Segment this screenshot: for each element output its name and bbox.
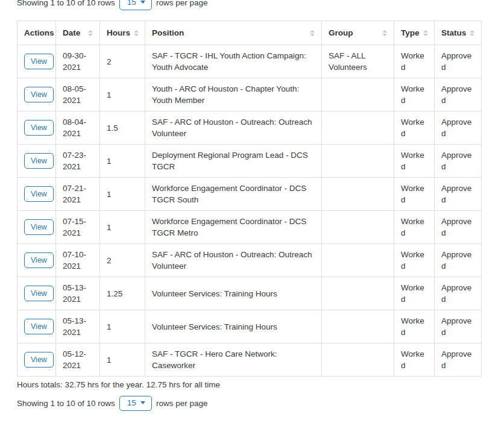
table-row: View05-13-20211Volunteer Services: Train… [17, 310, 482, 343]
column-header-group[interactable]: Group [322, 21, 394, 45]
position-cell: Volunteer Services: Training Hours [145, 310, 322, 343]
column-label-actions: Actions [24, 27, 54, 39]
view-button[interactable]: View [24, 319, 54, 334]
type-cell: Worked [394, 310, 435, 343]
status-cell: Approved [435, 244, 482, 277]
column-header-position[interactable]: Position [145, 21, 322, 45]
showing-rows-text: Showing 1 to 10 of 10 rows [17, 399, 115, 408]
volunteer-hours-page: Showing 1 to 10 of 10 rows 15 rows per p… [0, 0, 504, 435]
position-cell: Workforce Engagement Coordinator - DCS T… [145, 178, 322, 211]
type-cell: Worked [394, 111, 435, 145]
rows-per-page-text: rows per page [156, 399, 208, 408]
table-row: View05-13-20211.25Volunteer Services: Tr… [17, 277, 482, 310]
hours-totals-text: Hours totals: 32.75 hrs for the year. 12… [17, 380, 504, 389]
date-cell: 07-21-2021 [56, 178, 100, 211]
status-cell: Approved [435, 211, 482, 244]
group-cell [322, 310, 394, 343]
column-header-status[interactable]: Status [435, 21, 482, 45]
group-cell [322, 211, 394, 244]
actions-cell: View [17, 111, 56, 145]
hours-cell: 1 [100, 310, 145, 343]
page-size-dropdown[interactable]: 15 [119, 396, 152, 411]
group-cell [322, 343, 394, 377]
hours-cell: 2 [100, 244, 145, 277]
sort-icon[interactable] [306, 30, 315, 36]
view-button[interactable]: View [24, 252, 54, 268]
sort-icon[interactable] [130, 30, 139, 36]
column-label-date: Date [63, 27, 80, 39]
type-cell: Worked [394, 45, 435, 78]
status-cell: Approved [435, 277, 482, 310]
table-row: View09-30-20212SAF - TGCR - IHL Youth Ac… [17, 45, 482, 78]
table-row: View07-21-20211Workforce Engagement Coor… [17, 178, 482, 211]
page-size-value: 15 [127, 0, 136, 7]
column-label-status: Status [441, 27, 466, 39]
table-row: View07-15-20211Workforce Engagement Coor… [17, 211, 482, 244]
sort-icon[interactable] [466, 30, 474, 36]
group-cell [322, 178, 394, 211]
caret-down-icon [140, 401, 145, 404]
showing-rows-text: Showing 1 to 10 of 10 rows [17, 0, 115, 7]
position-cell: SAF - ARC of Houston - Outreach: Outreac… [145, 111, 322, 145]
status-cell: Approved [435, 310, 482, 343]
actions-cell: View [17, 78, 56, 111]
sort-icon[interactable] [84, 30, 93, 36]
position-cell: SAF - TGCR - IHL Youth Action Campaign: … [145, 45, 322, 78]
pagination-bottom: Showing 1 to 10 of 10 rows 15 rows per p… [17, 395, 504, 412]
view-button[interactable]: View [24, 186, 54, 202]
sort-icon[interactable] [420, 30, 428, 36]
view-button[interactable]: View [24, 54, 54, 69]
view-button[interactable]: View [24, 352, 54, 368]
hours-table: ActionsDateHoursPositionGroupTypeStatus … [17, 20, 482, 377]
actions-cell: View [17, 310, 56, 343]
column-label-hours: Hours [107, 27, 130, 39]
type-cell: Worked [394, 178, 435, 211]
actions-cell: View [17, 145, 56, 178]
table-row: View07-23-20211Deployment Regional Progr… [17, 145, 482, 178]
status-cell: Approved [435, 78, 482, 111]
column-header-date[interactable]: Date [56, 21, 100, 45]
actions-cell: View [17, 178, 56, 211]
position-cell: SAF - TGCR - Hero Care Network: Casework… [145, 343, 322, 377]
group-cell [322, 78, 394, 111]
date-cell: 05-13-2021 [56, 277, 100, 310]
view-button[interactable]: View [24, 153, 54, 169]
view-button[interactable]: View [24, 286, 54, 301]
hours-cell: 1.25 [100, 277, 145, 310]
view-button[interactable]: View [24, 120, 54, 136]
column-header-hours[interactable]: Hours [100, 21, 145, 45]
type-cell: Worked [394, 78, 435, 111]
type-cell: Worked [394, 211, 435, 244]
group-cell [322, 145, 394, 178]
type-cell: Worked [394, 343, 435, 377]
date-cell: 05-13-2021 [56, 310, 100, 343]
sort-icon[interactable] [379, 30, 387, 36]
actions-cell: View [17, 343, 56, 377]
date-cell: 08-05-2021 [56, 78, 100, 111]
column-label-group: Group [329, 27, 353, 39]
position-cell: Youth - ARC of Houston - Chapter Youth: … [145, 78, 322, 111]
status-cell: Approved [435, 111, 482, 145]
actions-cell: View [17, 45, 56, 78]
view-button[interactable]: View [24, 87, 54, 102]
type-cell: Worked [394, 244, 435, 277]
group-cell [322, 111, 394, 145]
page-size-dropdown[interactable]: 15 [119, 0, 152, 10]
group-cell [322, 277, 394, 310]
date-cell: 07-10-2021 [56, 244, 100, 277]
hours-cell: 1 [100, 178, 145, 211]
group-cell [322, 244, 394, 277]
table-body: View09-30-20212SAF - TGCR - IHL Youth Ac… [17, 45, 482, 377]
page-size-value: 15 [127, 398, 136, 407]
column-header-type[interactable]: Type [394, 21, 435, 45]
table-header-row: ActionsDateHoursPositionGroupTypeStatus [17, 21, 482, 45]
rows-per-page-text: rows per page [156, 0, 208, 7]
table-row: View07-10-20212SAF - ARC of Houston - Ou… [17, 244, 482, 277]
table-row: View05-12-20211SAF - TGCR - Hero Care Ne… [17, 343, 482, 377]
table-row: View08-05-20211Youth - ARC of Houston - … [17, 78, 482, 111]
view-button[interactable]: View [24, 219, 54, 235]
hours-cell: 1 [100, 211, 145, 244]
actions-cell: View [17, 277, 56, 310]
group-cell: SAF - ALL Volunteers [322, 45, 394, 78]
table-row: View08-04-20211.5SAF - ARC of Houston - … [17, 111, 482, 145]
